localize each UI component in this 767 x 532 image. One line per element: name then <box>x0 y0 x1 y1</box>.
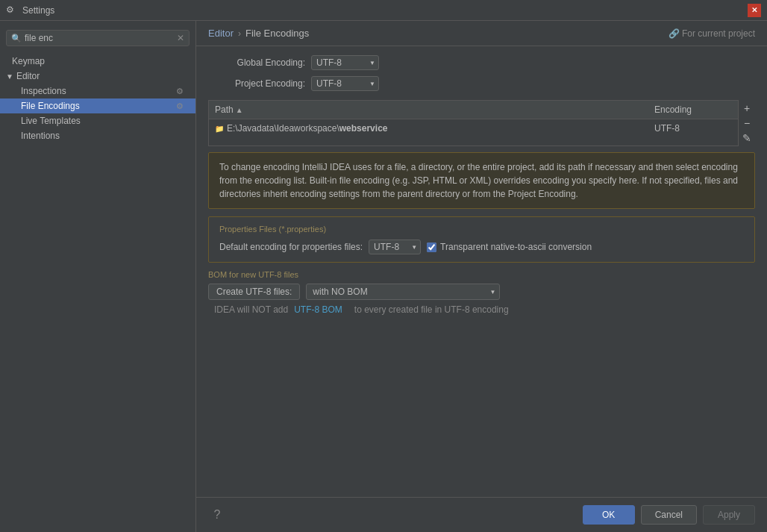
bom-select[interactable]: with NO BOM with BOM <box>306 284 500 300</box>
sidebar-item-inspections[interactable]: Inspections ⚙ <box>0 84 195 98</box>
project-encoding-select[interactable]: UTF-8 UTF-16 ISO-8859-1 <box>311 76 379 91</box>
file-path-cell: 📁 E:\Javadata\Ideaworkspace\webservice <box>209 122 648 135</box>
sidebar-item-file-encodings[interactable]: File Encodings ⚙ <box>0 98 195 113</box>
title-bar: ⚙ Settings ✕ <box>0 0 767 21</box>
global-encoding-label: Global Encoding: <box>208 57 305 68</box>
edit-row-button[interactable]: ✎ <box>740 131 754 145</box>
global-encoding-select[interactable]: UTF-8 UTF-16 ISO-8859-1 <box>311 55 379 70</box>
add-row-button[interactable]: + <box>740 101 754 115</box>
search-input[interactable] <box>25 33 177 43</box>
bom-section-title: BOM for new UTF-8 files <box>208 270 755 279</box>
search-clear-icon[interactable]: ✕ <box>177 33 184 43</box>
bom-info-prefix: IDEA will NOT add <box>214 304 288 315</box>
bom-info-row: IDEA will NOT add UTF-8 BOM to every cre… <box>208 304 755 315</box>
file-table-header: Path ▲ Encoding <box>209 101 738 119</box>
properties-encoding-row: Default encoding for properties files: U… <box>219 240 744 254</box>
properties-section-title: Properties Files (*.properties) <box>219 225 744 234</box>
sidebar-item-label: Editor <box>16 71 40 81</box>
col-path-header: Path ▲ <box>209 103 648 116</box>
cancel-button[interactable]: Cancel <box>641 505 697 525</box>
expand-arrow-icon: ▼ <box>6 72 13 81</box>
for-current-project-label: 🔗 For current project <box>669 28 755 39</box>
apply-button[interactable]: Apply <box>703 505 755 525</box>
breadcrumb-parent: Editor <box>208 28 234 39</box>
info-text: To change encoding IntelliJ IDEA uses fo… <box>219 162 738 199</box>
path-text: E:\Javadata\Ideaworkspace\webservice <box>227 123 387 134</box>
content-header: Editor › File Encodings 🔗 For current pr… <box>196 21 767 46</box>
app-icon: ⚙ <box>6 4 18 16</box>
help-button[interactable]: ? <box>208 506 226 524</box>
file-table-container: Path ▲ Encoding 📁 E:\Javadata\Ideaworksp… <box>208 100 755 146</box>
content-body: Global Encoding: UTF-8 UTF-16 ISO-8859-1… <box>196 46 767 497</box>
project-encoding-row: Project Encoding: UTF-8 UTF-16 ISO-8859-… <box>208 76 755 91</box>
table-row[interactable]: 📁 E:\Javadata\Ideaworkspace\webservice U… <box>209 119 738 137</box>
checkbox-label-text: Transparent native-to-ascii conversion <box>440 242 592 252</box>
folder-icon: 📁 <box>215 125 224 133</box>
close-button[interactable]: ✕ <box>748 4 761 17</box>
properties-encoding-select[interactable]: UTF-8 UTF-16 <box>369 240 421 254</box>
bom-select-wrapper: with NO BOM with BOM <box>306 284 500 300</box>
project-encoding-select-wrapper: UTF-8 UTF-16 ISO-8859-1 <box>311 76 379 91</box>
sidebar: 🔍 ✕ Keymap ▼ Editor Inspections ⚙ File E… <box>0 21 196 532</box>
main-layout: 🔍 ✕ Keymap ▼ Editor Inspections ⚙ File E… <box>0 21 767 532</box>
breadcrumb-current: File Encodings <box>245 28 309 39</box>
bom-link[interactable]: UTF-8 BOM <box>294 304 342 315</box>
content-area: Editor › File Encodings 🔗 For current pr… <box>196 21 767 532</box>
file-table: Path ▲ Encoding 📁 E:\Javadata\Ideaworksp… <box>208 100 739 146</box>
default-encoding-label: Default encoding for properties files: <box>219 242 363 252</box>
properties-encoding-select-wrapper: UTF-8 UTF-16 <box>369 240 421 254</box>
search-box: 🔍 ✕ <box>6 30 190 46</box>
sidebar-item-live-templates[interactable]: Live Templates <box>0 113 195 128</box>
create-utf8-button[interactable]: Create UTF-8 files: <box>208 284 300 300</box>
encoding-cell: UTF-8 <box>648 122 738 135</box>
project-encoding-label: Project Encoding: <box>208 78 305 89</box>
col-encoding-header: Encoding <box>648 103 738 116</box>
bottom-bar: ? OK Cancel Apply <box>196 497 767 532</box>
transparent-conversion-checkbox[interactable] <box>427 242 436 252</box>
settings-icon: ⚙ <box>176 87 184 96</box>
ok-button[interactable]: OK <box>583 505 635 525</box>
global-encoding-row: Global Encoding: UTF-8 UTF-16 ISO-8859-1 <box>208 55 755 70</box>
info-box: To change encoding IntelliJ IDEA uses fo… <box>208 152 755 209</box>
sidebar-item-editor[interactable]: ▼ Editor <box>0 69 195 84</box>
sidebar-item-label: Inspections <box>21 86 176 96</box>
properties-section: Properties Files (*.properties) Default … <box>208 216 755 263</box>
link-icon: 🔗 <box>669 28 680 39</box>
sidebar-item-label: File Encodings <box>21 101 176 111</box>
breadcrumb-separator: › <box>238 28 241 39</box>
global-encoding-select-wrapper: UTF-8 UTF-16 ISO-8859-1 <box>311 55 379 70</box>
sort-arrow-icon: ▲ <box>236 106 243 114</box>
table-actions: + − ✎ <box>739 100 755 146</box>
search-icon: 🔍 <box>11 34 22 43</box>
sidebar-item-label: Live Templates <box>21 116 184 126</box>
bom-info-suffix: to every created file in UTF-8 encoding <box>354 304 509 315</box>
transparent-conversion-checkbox-label[interactable]: Transparent native-to-ascii conversion <box>427 242 592 252</box>
remove-row-button[interactable]: − <box>740 116 754 130</box>
sidebar-item-keymap[interactable]: Keymap <box>0 54 195 69</box>
sidebar-item-intentions[interactable]: Intentions <box>0 128 195 143</box>
bom-section: BOM for new UTF-8 files Create UTF-8 fil… <box>208 270 755 319</box>
settings-icon: ⚙ <box>176 101 184 111</box>
sidebar-item-label: Keymap <box>12 56 184 66</box>
bom-row: Create UTF-8 files: with NO BOM with BOM <box>208 284 755 300</box>
window-title: Settings <box>22 5 743 16</box>
sidebar-item-label: Intentions <box>21 131 184 141</box>
